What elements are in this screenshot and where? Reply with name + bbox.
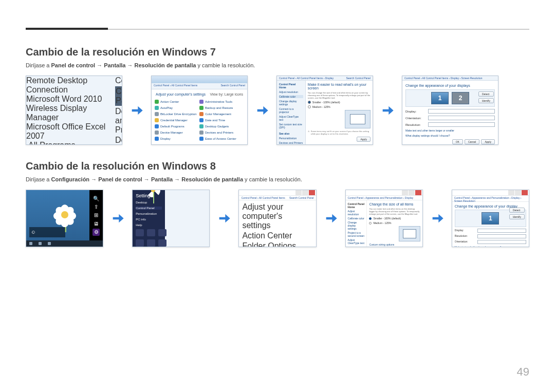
cp-item[interactable]: Default Programs [155,124,199,129]
minimize-button[interactable] [295,190,302,195]
side-link[interactable]: Adjust ClearType text [348,238,365,245]
side-link[interactable]: Personalization [279,137,303,140]
cp-item[interactable]: Devices and Printers [199,130,244,135]
ok-button[interactable]: OK [452,139,463,144]
list-item[interactable]: Microsoft Word 2010 [26,95,115,104]
close-button[interactable] [309,190,315,195]
radio-smaller[interactable]: Smaller - 100% (default) [369,217,420,220]
breadcrumb[interactable]: Control Panel › Appearance and Personali… [348,196,414,199]
settings-icon[interactable]: ⚙ [92,229,100,236]
search-icon[interactable]: 🔍 [92,195,100,202]
breadcrumb[interactable]: Control Panel › All Control Panel Items … [279,77,334,80]
link-textsize[interactable]: Make text and other items larger or smal… [455,246,526,247]
tb-icon[interactable] [29,242,32,245]
display-select[interactable] [477,229,526,233]
identify-button[interactable]: Identify [478,98,494,103]
radio-medium[interactable]: Medium - 125% [369,221,420,225]
side-link[interactable]: Change display settings [348,221,365,230]
cp-item[interactable]: Action Center [242,231,292,240]
cp-item[interactable]: Date and Time [199,118,244,123]
link-custom[interactable]: Custom sizing options [369,243,420,246]
side-link[interactable]: Change display settings [279,100,303,106]
viewby[interactable]: View by: Large icons [210,92,243,96]
display-select[interactable] [428,109,495,114]
breadcrumb[interactable]: Control Panel › All Control Panel Items [241,196,285,199]
cp-item[interactable]: Desktop Gadgets [199,124,244,129]
cp-item[interactable]: Administrative Tools [199,99,244,104]
side-link[interactable]: Adjust resolution [348,210,365,216]
monitor-1-icon[interactable]: 1 [482,212,499,225]
detect-button[interactable]: Detect [478,91,494,97]
link-textsize[interactable]: Make text and other items larger or smal… [405,129,495,132]
radio-medium[interactable]: Medium - 125% [308,105,371,108]
breadcrumb[interactable]: Control Panel › Appearance and Personali… [454,196,527,201]
list-item[interactable]: Control Panel [115,86,122,106]
cp-item[interactable]: Display [155,136,199,141]
side-link[interactable]: Devices and Printers [279,141,303,144]
side-link[interactable]: Calibrate color [279,95,303,98]
brightness-icon[interactable] [158,229,166,236]
resolution-select[interactable] [428,122,495,127]
side-link[interactable]: Calibrate color [348,217,365,220]
notifications-icon[interactable] [136,239,144,247]
cp-item[interactable]: Backup and Restore [199,105,244,110]
orientation-select[interactable] [477,240,526,244]
breadcrumb[interactable]: Control Panel › All Control Panel Items [154,84,197,88]
monitor-2-icon[interactable]: 2 [452,92,469,104]
keyboard-icon[interactable] [158,239,166,247]
settings-item[interactable]: Desktop [136,201,162,204]
side-link[interactable]: Adjust resolution [279,90,303,94]
cancel-button[interactable]: Cancel [465,139,480,144]
volume-icon[interactable] [147,229,155,236]
devices-icon[interactable]: 🖥 [92,220,100,227]
side-link[interactable]: Connect to a projector [279,107,303,114]
cp-item[interactable]: Folder Options [242,241,296,247]
link-help[interactable]: What display settings should I choose? [405,134,495,137]
all-programs-button[interactable]: ▸All Programs [26,141,115,145]
cp-item[interactable]: Color Management [199,111,244,117]
apply-button[interactable]: Apply [481,139,495,144]
cp-item[interactable]: Credential Manager [155,118,199,123]
resolution-select[interactable] [477,234,526,238]
close-button[interactable] [522,190,528,195]
search-field[interactable]: Search Control Panel [346,77,371,80]
side-link[interactable]: Project to a second screen [348,231,365,237]
monitor-1-icon[interactable]: 1 [431,92,449,104]
cp-item[interactable]: AutoPlay [155,105,199,110]
settings-item[interactable]: Personalization [136,212,162,215]
search-field[interactable]: Search Control Panel [220,84,245,88]
cp-item[interactable]: Action Center [155,99,199,104]
start-icon[interactable]: ⊞ [92,212,100,219]
settings-item[interactable]: Control Panel [136,207,162,210]
list-item[interactable]: Microsoft Office Excel 2007 [26,122,115,141]
search-field[interactable]: Search Control Panel [289,196,314,199]
cp-item[interactable]: Device Manager [155,130,199,135]
identify-button[interactable]: Identify [509,214,525,219]
cp-item[interactable]: BitLocker Drive Encryption [155,111,199,117]
settings-item[interactable]: PC info [136,218,162,221]
network-icon[interactable] [136,229,144,236]
detect-button[interactable]: Detect [509,208,525,213]
power-icon[interactable] [147,239,155,247]
minimize-button[interactable] [402,190,408,195]
list-item[interactable]: Devices and Printers [115,107,122,135]
list-item[interactable]: Remote Desktop Connection [26,76,115,95]
maximize-button[interactable] [409,190,415,195]
side-link[interactable]: Set custom text size (DPI) [279,123,303,129]
tb-icon[interactable] [48,242,51,245]
radio-smaller[interactable]: Smaller - 100% (default) [308,101,371,104]
tb-icon[interactable] [39,242,42,245]
list-item[interactable]: Computer [115,76,122,85]
cp-item[interactable]: Ease of Access Center [199,136,244,141]
list-item[interactable]: Wireless Display Manager [26,104,115,122]
list-item[interactable]: Default Programs [115,136,122,145]
maximize-button[interactable] [302,190,308,195]
minimize-button[interactable] [508,190,514,195]
orientation-select[interactable] [428,116,495,120]
close-button[interactable] [415,190,421,195]
share-icon[interactable]: ⇪ [92,203,100,211]
maximize-button[interactable] [515,190,521,195]
breadcrumb[interactable]: Control Panel › All Control Panel Items … [404,77,482,80]
apply-button[interactable]: Apply [357,137,371,142]
side-link[interactable]: Adjust ClearType text [279,115,303,121]
